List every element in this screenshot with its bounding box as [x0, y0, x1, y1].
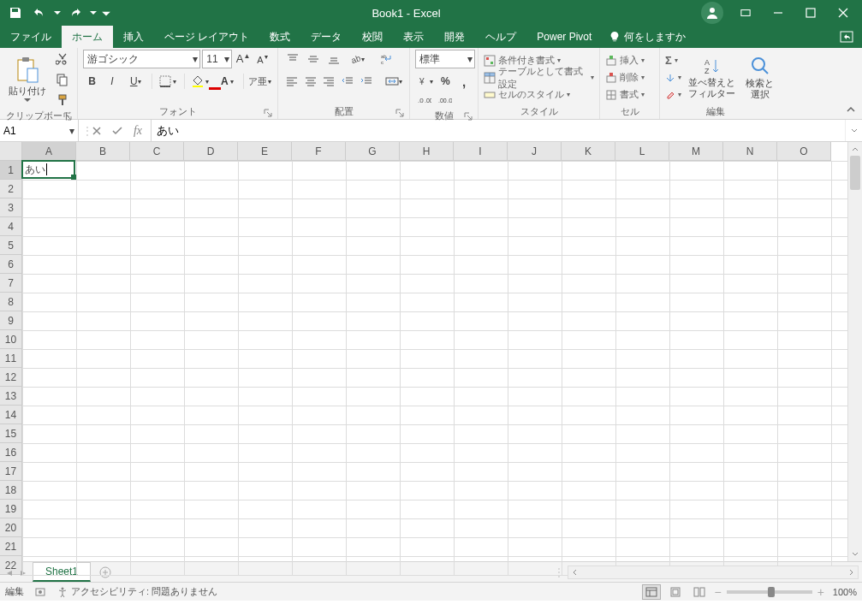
font-size-combo[interactable]: 11▾ — [202, 50, 232, 68]
row-header-11[interactable]: 11 — [0, 349, 22, 368]
column-header-F[interactable]: F — [292, 142, 346, 161]
row-header-13[interactable]: 13 — [0, 387, 22, 406]
column-header-B[interactable]: B — [76, 142, 130, 161]
copy-button[interactable] — [53, 70, 72, 89]
column-header-H[interactable]: H — [400, 142, 454, 161]
redo-dropdown[interactable] — [89, 3, 98, 23]
fill-button[interactable]: ▾ — [665, 70, 681, 86]
name-box-dropdown[interactable]: ▾ — [69, 125, 74, 137]
format-painter-button[interactable] — [53, 91, 72, 110]
column-header-D[interactable]: D — [184, 142, 238, 161]
minimize-button[interactable] — [763, 2, 794, 24]
close-button[interactable] — [828, 2, 859, 24]
align-top-button[interactable] — [283, 50, 302, 68]
decrease-indent-button[interactable] — [339, 72, 356, 91]
row-header-14[interactable]: 14 — [0, 406, 22, 424]
column-header-I[interactable]: I — [454, 142, 508, 161]
paste-button[interactable]: 貼り付け — [5, 55, 50, 104]
phonetic-button[interactable]: ア亜▾ — [247, 72, 272, 91]
row-header-16[interactable]: 16 — [0, 443, 22, 462]
align-right-button[interactable] — [320, 72, 337, 91]
tell-me-search[interactable]: 何をしますか — [609, 26, 686, 48]
row-header-12[interactable]: 12 — [0, 368, 22, 387]
vertical-scrollbar[interactable] — [847, 142, 862, 561]
clipboard-dialog-launcher[interactable] — [63, 112, 74, 122]
number-format-combo[interactable]: 標準▾ — [415, 50, 475, 68]
normal-view-button[interactable] — [642, 584, 661, 600]
insert-cells-button[interactable]: 挿入 ▾ — [605, 53, 654, 68]
zoom-slider[interactable] — [727, 590, 812, 594]
row-header-7[interactable]: 7 — [0, 274, 22, 293]
bold-button[interactable]: B — [83, 72, 101, 91]
undo-dropdown[interactable] — [53, 3, 62, 23]
column-header-C[interactable]: C — [130, 142, 184, 161]
row-header-20[interactable]: 20 — [0, 518, 22, 537]
formula-input-area[interactable] — [152, 120, 845, 141]
border-button[interactable]: ▾ — [156, 72, 181, 91]
cells-area[interactable]: あい — [22, 161, 847, 575]
name-box[interactable]: ▾ — [0, 120, 79, 141]
page-break-view-button[interactable] — [690, 584, 709, 600]
maximize-button[interactable] — [795, 2, 826, 24]
zoom-out-button[interactable]: − — [714, 585, 721, 599]
confirm-edit-button[interactable] — [108, 121, 127, 140]
share-button[interactable] — [831, 26, 862, 48]
tab-page-layout[interactable]: ページ レイアウト — [154, 26, 259, 48]
comma-button[interactable]: , — [455, 72, 473, 91]
alignment-dialog-launcher[interactable] — [395, 109, 406, 119]
column-header-N[interactable]: N — [723, 142, 777, 161]
row-header-4[interactable]: 4 — [0, 217, 22, 236]
tab-file[interactable]: ファイル — [0, 26, 62, 48]
tab-home[interactable]: ホーム — [62, 26, 113, 48]
zoom-slider-knob[interactable] — [768, 587, 775, 597]
undo-button[interactable] — [29, 3, 50, 23]
macro-record-icon[interactable] — [34, 586, 46, 598]
align-bottom-button[interactable] — [324, 50, 343, 68]
row-header-1[interactable]: 1 — [0, 161, 22, 180]
cell-styles-button[interactable]: セルのスタイル ▾ — [484, 87, 594, 103]
format-as-table-button[interactable]: テーブルとして書式設定 ▾ — [484, 70, 594, 86]
row-header-6[interactable]: 6 — [0, 255, 22, 274]
column-header-M[interactable]: M — [669, 142, 723, 161]
name-box-input[interactable] — [3, 125, 69, 137]
column-header-A[interactable]: A — [22, 142, 76, 161]
row-header-5[interactable]: 5 — [0, 236, 22, 255]
scroll-down-button[interactable] — [848, 548, 862, 561]
accounting-format-button[interactable]: ¥▾ — [415, 72, 435, 91]
tab-data[interactable]: データ — [300, 26, 352, 48]
increase-font-button[interactable]: A▲ — [234, 50, 252, 68]
page-layout-view-button[interactable] — [666, 584, 685, 600]
row-header-3[interactable]: 3 — [0, 198, 22, 217]
tab-view[interactable]: 表示 — [393, 26, 434, 48]
align-left-button[interactable] — [283, 72, 300, 91]
accessibility-status[interactable]: アクセシビリティ: 問題ありません — [56, 585, 217, 598]
tab-help[interactable]: ヘルプ — [475, 26, 526, 48]
orientation-button[interactable]: ab▾ — [345, 50, 369, 68]
vscroll-thumb[interactable] — [850, 156, 860, 190]
scroll-up-button[interactable] — [848, 142, 862, 156]
font-name-combo[interactable]: 游ゴシック▾ — [83, 50, 200, 68]
row-header-10[interactable]: 10 — [0, 330, 22, 349]
row-header-2[interactable]: 2 — [0, 180, 22, 198]
italic-button[interactable]: I — [103, 72, 121, 91]
format-cells-button[interactable]: 書式 ▾ — [605, 87, 654, 103]
active-cell[interactable]: あい — [21, 160, 75, 179]
tab-powerpivot[interactable]: Power Pivot — [526, 26, 602, 48]
user-account-button[interactable] — [701, 2, 723, 24]
percent-button[interactable]: % — [437, 72, 454, 91]
qat-customize[interactable] — [101, 3, 111, 23]
decrease-font-button[interactable]: A▼ — [254, 50, 272, 68]
row-header-15[interactable]: 15 — [0, 424, 22, 443]
tab-formulas[interactable]: 数式 — [259, 26, 300, 48]
zoom-level[interactable]: 100% — [833, 587, 857, 597]
cancel-edit-button[interactable] — [87, 121, 106, 140]
row-header-8[interactable]: 8 — [0, 293, 22, 311]
row-header-21[interactable]: 21 — [0, 537, 22, 556]
sort-filter-button[interactable]: AZ 並べ替えと フィルター — [685, 55, 739, 99]
scroll-left-button[interactable] — [568, 566, 582, 578]
fill-handle[interactable] — [71, 175, 76, 180]
clear-button[interactable]: ▾ — [665, 87, 681, 103]
merge-button[interactable]: ▾ — [383, 72, 404, 91]
insert-function-button[interactable]: fx — [128, 121, 147, 140]
autosum-button[interactable]: Σ ▾ — [665, 53, 681, 68]
